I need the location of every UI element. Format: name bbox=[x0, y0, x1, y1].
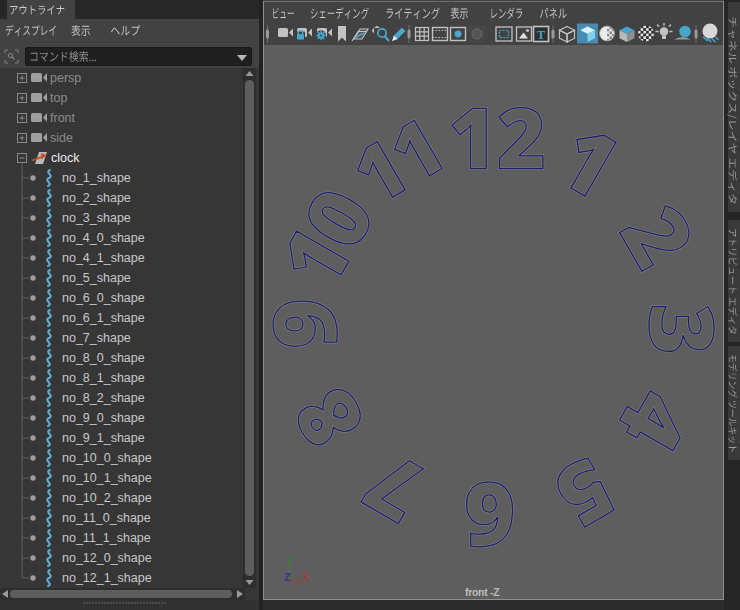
svg-text:no_6_0_shape: no_6_0_shape bbox=[62, 291, 145, 305]
svg-text:Y: Y bbox=[286, 555, 294, 567]
svg-text:no_8_1_shape: no_8_1_shape bbox=[62, 371, 145, 385]
svg-text:no_10_2_shape: no_10_2_shape bbox=[62, 491, 152, 505]
svg-text:no_11_1_shape: no_11_1_shape bbox=[62, 531, 151, 545]
svg-text:no_10_1_shape: no_10_1_shape bbox=[62, 471, 152, 485]
svg-text:no_6_1_shape: no_6_1_shape bbox=[62, 311, 145, 325]
svg-text:no_5_shape: no_5_shape bbox=[62, 271, 131, 285]
svg-text:top: top bbox=[50, 91, 67, 105]
svg-text:persp: persp bbox=[50, 71, 81, 85]
svg-text:no_9_0_shape: no_9_0_shape bbox=[62, 411, 145, 425]
svg-text:clock: clock bbox=[51, 151, 80, 165]
svg-text:no_2_shape: no_2_shape bbox=[62, 191, 131, 205]
svg-text:no_1_shape: no_1_shape bbox=[62, 171, 131, 185]
svg-text:no_9_1_shape: no_9_1_shape bbox=[62, 431, 145, 445]
svg-text:front -Z: front -Z bbox=[465, 586, 500, 598]
svg-text:no_8_2_shape: no_8_2_shape bbox=[62, 391, 145, 405]
svg-text:no_7_shape: no_7_shape bbox=[62, 331, 131, 345]
svg-text:no_4_1_shape: no_4_1_shape bbox=[62, 251, 145, 265]
svg-text:no_4_0_shape: no_4_0_shape bbox=[62, 231, 145, 245]
svg-text:X: X bbox=[302, 571, 310, 583]
svg-text:no_3_shape: no_3_shape bbox=[62, 211, 131, 225]
svg-text:Z: Z bbox=[284, 571, 291, 583]
svg-text:front: front bbox=[50, 111, 76, 125]
svg-text:no_12_0_shape: no_12_0_shape bbox=[62, 551, 152, 565]
svg-text:no_11_0_shape: no_11_0_shape bbox=[62, 511, 151, 525]
svg-text:side: side bbox=[50, 131, 73, 145]
svg-text:no_8_0_shape: no_8_0_shape bbox=[62, 351, 145, 365]
svg-text:no_10_0_shape: no_10_0_shape bbox=[62, 451, 152, 465]
svg-text:no_12_1_shape: no_12_1_shape bbox=[62, 571, 152, 585]
